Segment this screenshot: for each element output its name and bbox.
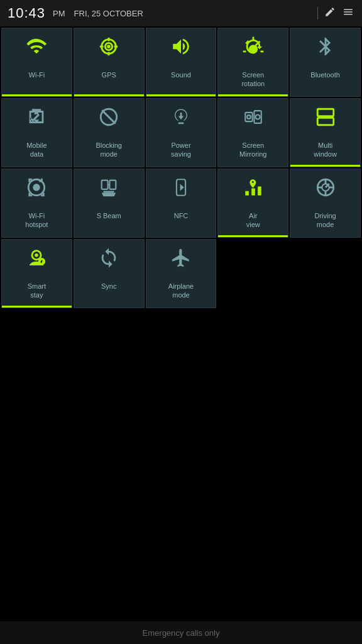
svg-rect-20 xyxy=(258,187,261,196)
power-saving-icon xyxy=(170,106,192,136)
mobile-data-indicator xyxy=(2,165,72,167)
sync-indicator xyxy=(74,306,144,308)
wifi-hotspot-indicator xyxy=(2,235,72,237)
svg-point-28 xyxy=(35,253,39,257)
smart-stay-indicator xyxy=(2,306,72,308)
svg-rect-15 xyxy=(102,180,108,189)
svg-point-1 xyxy=(107,45,111,48)
svg-point-30 xyxy=(41,260,43,262)
emergency-text: Emergency calls only xyxy=(143,628,220,638)
sync-label: Sync xyxy=(101,282,116,291)
sync-icon xyxy=(98,247,119,277)
svg-point-12 xyxy=(255,114,260,119)
tile-screen-mirror[interactable]: ScreenMirroring xyxy=(217,98,288,167)
driving-mode-label: Drivingmode xyxy=(314,211,336,230)
blocking-mode-icon xyxy=(98,106,119,136)
s-beam-label: S Beam xyxy=(97,211,121,220)
tile-sync[interactable]: Sync xyxy=(74,239,145,308)
s-beam-icon xyxy=(98,177,119,206)
svg-rect-13 xyxy=(317,109,334,116)
multi-window-indicator xyxy=(290,165,360,167)
s-beam-indicator xyxy=(74,235,144,237)
tile-screen-rotation[interactable]: Screenrotation xyxy=(217,28,288,97)
tile-wifi-hotspot[interactable]: Wi-Fihotspot xyxy=(1,169,72,238)
mobile-data-label: Mobiledata xyxy=(26,141,47,159)
wifi-hotspot-icon xyxy=(26,177,47,206)
date-display: FRI, 25 OCTOBER xyxy=(74,9,143,18)
multi-window-icon xyxy=(315,106,336,136)
tile-driving-mode[interactable]: Drivingmode xyxy=(290,169,361,238)
airplane-mode-indicator xyxy=(146,306,216,308)
tile-sound[interactable]: Sound xyxy=(146,28,217,97)
ampm-display: PM xyxy=(53,9,65,18)
tile-s-beam[interactable]: S Beam xyxy=(74,169,145,238)
wifi-label: Wi-Fi xyxy=(29,70,45,79)
status-bar: 10:43 PM FRI, 25 OCTOBER xyxy=(0,0,362,26)
multi-window-label: Multiwindow xyxy=(314,141,337,159)
tile-blocking-mode[interactable]: Blockingmode xyxy=(74,98,145,167)
wifi-indicator xyxy=(2,94,72,96)
air-view-label: Airview xyxy=(246,211,260,230)
menu-icon[interactable] xyxy=(342,6,354,21)
smart-stay-icon xyxy=(26,247,47,277)
blocking-mode-indicator xyxy=(74,165,144,167)
tile-air-view[interactable]: Airview xyxy=(217,169,288,238)
driving-mode-indicator xyxy=(290,235,360,237)
power-saving-indicator xyxy=(146,165,216,167)
screen-mirror-label: ScreenMirroring xyxy=(239,141,266,159)
mobile-data-icon xyxy=(26,106,47,136)
status-right xyxy=(317,6,354,21)
nfc-icon xyxy=(170,177,192,206)
wifi-icon xyxy=(26,36,47,65)
tile-smart-stay[interactable]: Smartstay xyxy=(1,239,72,308)
svg-rect-9 xyxy=(245,113,252,121)
air-view-indicator xyxy=(218,235,288,237)
svg-rect-16 xyxy=(110,180,116,189)
tile-airplane-mode[interactable]: Airplanemode xyxy=(146,239,217,308)
tile-wifi[interactable]: Wi-Fi xyxy=(1,28,72,97)
bluetooth-indicator xyxy=(290,94,360,96)
svg-point-10 xyxy=(247,115,251,119)
tile-mobile-data[interactable]: Mobiledata xyxy=(1,98,72,167)
gps-label: GPS xyxy=(102,70,116,79)
gps-indicator xyxy=(74,94,144,96)
air-view-icon xyxy=(243,177,264,206)
driving-mode-icon xyxy=(315,177,336,206)
bluetooth-icon xyxy=(315,36,336,65)
wifi-hotspot-label: Wi-Fihotspot xyxy=(25,211,48,230)
sound-indicator xyxy=(146,94,216,96)
sound-icon xyxy=(170,36,192,65)
nfc-label: NFC xyxy=(174,211,189,220)
svg-rect-14 xyxy=(317,118,334,125)
power-saving-label: Powersaving xyxy=(171,141,191,159)
screen-rotation-indicator xyxy=(218,94,288,96)
airplane-mode-label: Airplanemode xyxy=(168,282,194,300)
bluetooth-label: Bluetooth xyxy=(310,70,339,79)
svg-line-8 xyxy=(102,110,116,123)
sound-label: Sound xyxy=(171,70,191,79)
bottom-bar: Emergency calls only xyxy=(0,621,362,644)
tile-power-saving[interactable]: Powersaving xyxy=(146,98,217,167)
screen-rotation-icon xyxy=(243,36,264,65)
blocking-mode-label: Blockingmode xyxy=(96,141,122,159)
tile-gps[interactable]: GPS xyxy=(74,28,145,97)
tile-nfc[interactable]: NFC xyxy=(146,169,217,238)
screen-mirror-icon xyxy=(243,106,264,136)
tile-bluetooth[interactable]: Bluetooth xyxy=(290,28,361,97)
smart-stay-label: Smartstay xyxy=(28,282,46,300)
edit-icon[interactable] xyxy=(324,6,336,21)
time-display: 10:43 xyxy=(8,5,45,21)
gps-icon xyxy=(98,36,119,65)
airplane-mode-icon xyxy=(170,247,192,277)
tile-multi-window[interactable]: Multiwindow xyxy=(290,98,361,167)
status-left: 10:43 PM FRI, 25 OCTOBER xyxy=(8,5,143,21)
screen-rotation-label: Screenrotation xyxy=(241,70,265,89)
quick-tiles-grid: Wi-Fi GPS Sound Screenrotati xyxy=(0,26,362,309)
status-divider xyxy=(317,7,318,19)
svg-rect-19 xyxy=(251,188,255,195)
svg-rect-18 xyxy=(245,191,249,196)
screen-mirror-indicator xyxy=(218,165,288,167)
nfc-indicator xyxy=(146,235,216,237)
